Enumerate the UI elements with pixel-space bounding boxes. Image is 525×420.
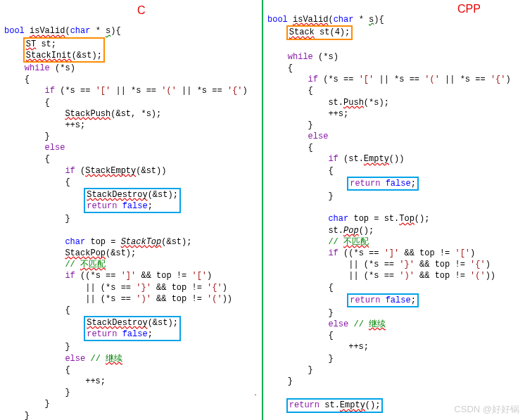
- cpp-label: CPP: [457, 3, 481, 15]
- cpp-pane: bool isValid(char * s){ Stack st(4); whi…: [263, 0, 525, 420]
- cpp-empty-return-box: return false;: [347, 177, 419, 191]
- red-dot: ·: [253, 391, 258, 399]
- c-label: C: [137, 3, 146, 18]
- c-empty-return-box: StackDestroy(&st); return false;: [84, 188, 181, 213]
- cpp-final-return-box: return st.Empty();: [286, 398, 384, 412]
- cpp-nomatch-return-box: return false;: [347, 293, 419, 307]
- cpp-init-box: Stack st(4);: [286, 25, 353, 39]
- code-compare: C bool isValid(char * s){ ST st; StackIn…: [0, 0, 525, 420]
- c-pane: C bool isValid(char * s){ ST st; StackIn…: [0, 0, 263, 420]
- cpp-sig: bool isValid(char * s){: [267, 15, 384, 25]
- c-sig: bool isValid(char * s){: [4, 26, 121, 36]
- c-nomatch-return-box: StackDestroy(&st); return false;: [84, 316, 181, 341]
- c-init-box: ST st; StackInit(&st);: [23, 37, 105, 63]
